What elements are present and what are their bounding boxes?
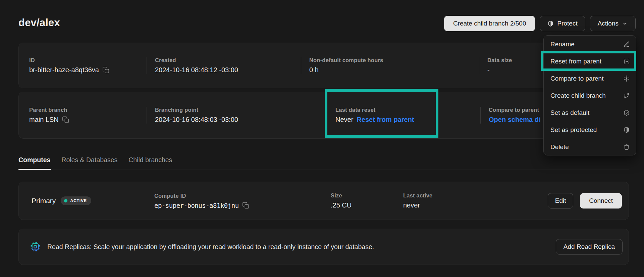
header-buttons: Create child branch 2/500 Protect Action… [444, 16, 636, 31]
info-compute-hours: Non-default compute hours 0 h [301, 57, 479, 74]
copy-icon[interactable] [102, 66, 110, 74]
menu-item-set-as-protected[interactable]: Set as protected [544, 121, 636, 138]
compute-hours-label: Non-default compute hours [309, 57, 479, 63]
page-title: dev/alex [18, 17, 60, 29]
edit-button[interactable]: Edit [548, 193, 573, 209]
protect-button[interactable]: Protect [540, 16, 585, 31]
parent-branch-label: Parent branch [29, 107, 147, 113]
parent-info-card: Parent branch main LSN Branching point 2… [18, 92, 629, 139]
compute-id-cell: Compute ID ep-super-bonus-a81k0jnu [154, 193, 331, 209]
status-text: ACTIVE [70, 198, 87, 203]
branch-icon [623, 92, 630, 99]
cpu-chip-icon [30, 241, 41, 252]
tab-computes[interactable]: Computes [18, 154, 50, 170]
tab-bar: Computes Roles & Databases Child branche… [18, 154, 629, 170]
pencil-icon [623, 41, 630, 48]
menu-item-delete[interactable]: Delete [544, 138, 636, 155]
compute-name: Primary [32, 197, 56, 205]
connect-label: Connect [589, 197, 613, 204]
info-last-data-reset: Last data reset Never Reset from parent [327, 107, 480, 124]
actions-dropdown-menu: Rename Reset from parent Compare to pare… [543, 35, 636, 155]
parent-branch-value: main LSN [29, 116, 59, 124]
branching-point-value: 2024-10-16 08:48:03 -03:00 [155, 116, 238, 124]
branch-info-card: ID br-bitter-haze-a8qt36va Created 2024-… [18, 43, 629, 88]
status-badge: ACTIVE [61, 196, 91, 205]
create-child-branch-button[interactable]: Create child branch 2/500 [444, 16, 535, 31]
menu-item-set-as-default[interactable]: Set as default [544, 104, 636, 121]
tab-child-branches[interactable]: Child branches [128, 154, 172, 170]
last-data-reset-value: Never [335, 116, 353, 124]
data-size-value: - [487, 66, 490, 74]
protect-label: Protect [557, 20, 577, 27]
compare-icon [623, 75, 630, 82]
trash-icon [623, 144, 630, 150]
connect-button[interactable]: Connect [580, 193, 622, 209]
info-branching-point: Branching point 2024-10-16 08:48:03 -03:… [147, 107, 327, 124]
menu-item-rename[interactable]: Rename [544, 36, 636, 53]
compute-hours-value: 0 h [309, 66, 319, 74]
copy-icon[interactable] [242, 202, 250, 209]
size-value: .25 CU [331, 201, 352, 209]
info-created: Created 2024-10-16 08:48:12 -03:00 [147, 57, 301, 74]
copy-icon[interactable] [62, 116, 69, 124]
compute-id-label: Compute ID [154, 193, 331, 199]
add-read-replica-button[interactable]: Add Read Replica [556, 239, 623, 255]
actions-label: Actions [598, 20, 619, 27]
tab-roles-databases[interactable]: Roles & Databases [61, 154, 117, 170]
created-label: Created [155, 57, 301, 63]
compute-row: Primary ACTIVE Compute ID ep-super-bonus… [18, 182, 629, 220]
edit-label: Edit [555, 197, 566, 204]
last-active-label: Last active [403, 192, 548, 199]
read-replicas-message: Read Replicas: Scale your application by… [47, 243, 374, 251]
read-replicas-row: Read Replicas: Scale your application by… [18, 229, 629, 265]
reset-from-parent-link[interactable]: Reset from parent [357, 116, 414, 124]
created-value: 2024-10-16 08:48:12 -03:00 [155, 66, 238, 74]
badge-check-icon [623, 109, 630, 116]
last-data-reset-label: Last data reset [335, 107, 480, 113]
menu-item-create-child-branch[interactable]: Create child branch [544, 87, 636, 104]
menu-item-reset-from-parent[interactable]: Reset from parent [544, 53, 636, 70]
compute-id-value: ep-super-bonus-a81k0jnu [154, 202, 239, 209]
menu-item-compare-to-parent[interactable]: Compare to parent [544, 70, 636, 87]
info-id: ID br-bitter-haze-a8qt36va [19, 57, 147, 74]
last-active-value: never [403, 201, 420, 209]
id-value: br-bitter-haze-a8qt36va [29, 66, 99, 74]
compute-size-cell: Size .25 CU [331, 192, 403, 209]
last-active-cell: Last active never [403, 192, 548, 209]
create-child-branch-label: Create child branch 2/500 [453, 20, 526, 27]
add-read-replica-label: Add Read Replica [564, 243, 615, 250]
active-dot-icon [64, 199, 67, 202]
id-label: ID [29, 57, 147, 63]
info-parent-branch: Parent branch main LSN [19, 107, 147, 124]
branching-point-label: Branching point [155, 107, 327, 113]
actions-button[interactable]: Actions [590, 16, 636, 31]
size-label: Size [331, 192, 403, 199]
reset-icon [623, 58, 630, 65]
shield-icon [547, 20, 554, 27]
open-schema-diff-link[interactable]: Open schema di [489, 116, 541, 124]
shield-icon [623, 127, 630, 133]
chevron-down-icon [622, 20, 628, 27]
